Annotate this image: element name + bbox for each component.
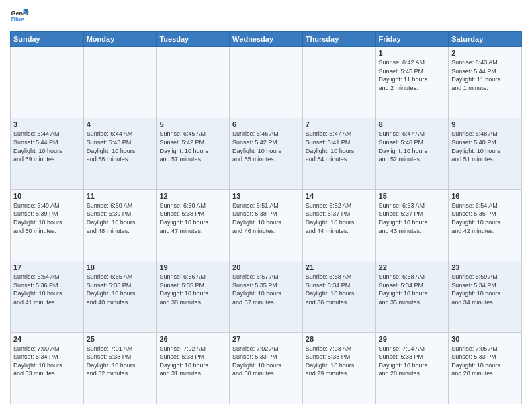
day-number: 3: [13, 120, 81, 128]
day-info: Sunrise: 6:58 AM Sunset: 5:34 PM Dayligh…: [306, 273, 373, 306]
day-info: Sunrise: 7:03 AM Sunset: 5:33 PM Dayligh…: [306, 345, 373, 378]
day-info: Sunrise: 6:57 AM Sunset: 5:35 PM Dayligh…: [232, 273, 300, 306]
page: General Blue SundayMondayTuesdayWednesda…: [0, 0, 532, 411]
day-cell: 28Sunrise: 7:03 AM Sunset: 5:33 PM Dayli…: [302, 332, 375, 404]
day-cell: 2Sunrise: 6:43 AM Sunset: 5:44 PM Daylig…: [449, 47, 522, 118]
day-cell: [302, 47, 375, 118]
day-info: Sunrise: 6:42 AM Sunset: 5:45 PM Dayligh…: [379, 58, 446, 92]
day-info: Sunrise: 6:44 AM Sunset: 5:43 PM Dayligh…: [87, 130, 154, 163]
day-cell: 3Sunrise: 6:44 AM Sunset: 5:44 PM Daylig…: [11, 118, 84, 189]
day-cell: 29Sunrise: 7:04 AM Sunset: 5:33 PM Dayli…: [375, 332, 449, 404]
day-number: 24: [13, 335, 81, 343]
day-cell: [157, 47, 230, 118]
day-info: Sunrise: 6:56 AM Sunset: 5:35 PM Dayligh…: [159, 273, 226, 306]
day-info: Sunrise: 6:50 AM Sunset: 5:39 PM Dayligh…: [87, 201, 154, 235]
day-info: Sunrise: 6:50 AM Sunset: 5:38 PM Dayligh…: [159, 201, 226, 235]
day-cell: 23Sunrise: 6:59 AM Sunset: 5:34 PM Dayli…: [449, 261, 522, 332]
week-row-4: 17Sunrise: 6:54 AM Sunset: 5:36 PM Dayli…: [11, 261, 522, 332]
day-cell: 5Sunrise: 6:45 AM Sunset: 5:42 PM Daylig…: [157, 118, 230, 189]
day-info: Sunrise: 7:05 AM Sunset: 5:33 PM Dayligh…: [451, 345, 519, 378]
day-number: 15: [379, 192, 446, 200]
day-cell: 15Sunrise: 6:53 AM Sunset: 5:37 PM Dayli…: [375, 189, 449, 261]
logo-icon: General Blue: [10, 7, 29, 26]
day-cell: 7Sunrise: 6:47 AM Sunset: 5:41 PM Daylig…: [302, 118, 375, 189]
weekday-header-sunday: Sunday: [11, 32, 84, 47]
day-number: 1: [379, 49, 446, 57]
day-info: Sunrise: 7:02 AM Sunset: 5:33 PM Dayligh…: [159, 345, 226, 378]
day-cell: 17Sunrise: 6:54 AM Sunset: 5:36 PM Dayli…: [11, 261, 84, 332]
day-cell: 21Sunrise: 6:58 AM Sunset: 5:34 PM Dayli…: [302, 261, 375, 332]
day-info: Sunrise: 6:58 AM Sunset: 5:34 PM Dayligh…: [379, 273, 446, 306]
weekday-header-friday: Friday: [375, 32, 449, 47]
day-cell: 9Sunrise: 6:48 AM Sunset: 5:40 PM Daylig…: [449, 118, 522, 189]
day-number: 12: [159, 192, 226, 200]
day-cell: 1Sunrise: 6:42 AM Sunset: 5:45 PM Daylig…: [375, 47, 449, 118]
header: General Blue: [10, 7, 522, 26]
day-number: 27: [232, 335, 300, 343]
day-cell: 4Sunrise: 6:44 AM Sunset: 5:43 PM Daylig…: [83, 118, 157, 189]
week-row-3: 10Sunrise: 6:49 AM Sunset: 5:39 PM Dayli…: [11, 189, 522, 261]
day-number: 20: [232, 263, 300, 271]
day-cell: 16Sunrise: 6:54 AM Sunset: 5:36 PM Dayli…: [449, 189, 522, 261]
day-cell: 24Sunrise: 7:00 AM Sunset: 5:34 PM Dayli…: [11, 332, 84, 404]
day-number: 21: [306, 263, 373, 271]
day-info: Sunrise: 6:44 AM Sunset: 5:44 PM Dayligh…: [13, 130, 81, 163]
day-info: Sunrise: 6:49 AM Sunset: 5:39 PM Dayligh…: [13, 201, 81, 235]
weekday-header-monday: Monday: [83, 32, 157, 47]
day-info: Sunrise: 6:53 AM Sunset: 5:37 PM Dayligh…: [379, 201, 446, 235]
week-row-5: 24Sunrise: 7:00 AM Sunset: 5:34 PM Dayli…: [11, 332, 522, 404]
day-number: 19: [159, 263, 226, 271]
day-info: Sunrise: 6:59 AM Sunset: 5:34 PM Dayligh…: [451, 273, 519, 306]
day-number: 14: [306, 192, 373, 200]
day-number: 4: [87, 120, 154, 128]
day-cell: [230, 47, 303, 118]
day-info: Sunrise: 6:43 AM Sunset: 5:44 PM Dayligh…: [451, 58, 519, 92]
svg-text:Blue: Blue: [11, 16, 24, 23]
day-cell: 14Sunrise: 6:52 AM Sunset: 5:37 PM Dayli…: [302, 189, 375, 261]
day-cell: 8Sunrise: 6:47 AM Sunset: 5:40 PM Daylig…: [375, 118, 449, 189]
day-cell: 12Sunrise: 6:50 AM Sunset: 5:38 PM Dayli…: [157, 189, 230, 261]
day-number: 25: [87, 335, 154, 343]
day-info: Sunrise: 6:45 AM Sunset: 5:42 PM Dayligh…: [159, 130, 226, 163]
day-number: 6: [232, 120, 300, 128]
day-number: 7: [306, 120, 373, 128]
day-info: Sunrise: 6:55 AM Sunset: 5:35 PM Dayligh…: [87, 273, 154, 306]
weekday-header-tuesday: Tuesday: [157, 32, 230, 47]
day-cell: 30Sunrise: 7:05 AM Sunset: 5:33 PM Dayli…: [449, 332, 522, 404]
day-number: 28: [306, 335, 373, 343]
day-info: Sunrise: 6:46 AM Sunset: 5:42 PM Dayligh…: [232, 130, 300, 163]
day-cell: 27Sunrise: 7:02 AM Sunset: 5:33 PM Dayli…: [230, 332, 303, 404]
day-info: Sunrise: 6:54 AM Sunset: 5:36 PM Dayligh…: [13, 273, 81, 306]
day-number: 2: [451, 49, 519, 57]
weekday-header-thursday: Thursday: [302, 32, 375, 47]
day-number: 26: [159, 335, 226, 343]
day-number: 16: [451, 192, 519, 200]
day-cell: 11Sunrise: 6:50 AM Sunset: 5:39 PM Dayli…: [83, 189, 157, 261]
day-cell: 6Sunrise: 6:46 AM Sunset: 5:42 PM Daylig…: [230, 118, 303, 189]
day-number: 29: [379, 335, 446, 343]
day-number: 5: [159, 120, 226, 128]
weekday-header-row: SundayMondayTuesdayWednesdayThursdayFrid…: [11, 32, 522, 47]
week-row-2: 3Sunrise: 6:44 AM Sunset: 5:44 PM Daylig…: [11, 118, 522, 189]
day-number: 18: [87, 263, 154, 271]
day-cell: 18Sunrise: 6:55 AM Sunset: 5:35 PM Dayli…: [83, 261, 157, 332]
calendar-table: SundayMondayTuesdayWednesdayThursdayFrid…: [10, 31, 522, 404]
weekday-header-saturday: Saturday: [449, 32, 522, 47]
day-info: Sunrise: 7:00 AM Sunset: 5:34 PM Dayligh…: [13, 345, 81, 378]
day-info: Sunrise: 6:52 AM Sunset: 5:37 PM Dayligh…: [306, 201, 373, 235]
week-row-1: 1Sunrise: 6:42 AM Sunset: 5:45 PM Daylig…: [11, 47, 522, 118]
day-info: Sunrise: 6:47 AM Sunset: 5:41 PM Dayligh…: [306, 130, 373, 163]
day-number: 10: [13, 192, 81, 200]
day-number: 17: [13, 263, 81, 271]
day-cell: 20Sunrise: 6:57 AM Sunset: 5:35 PM Dayli…: [230, 261, 303, 332]
day-info: Sunrise: 6:47 AM Sunset: 5:40 PM Dayligh…: [379, 130, 446, 163]
day-info: Sunrise: 6:54 AM Sunset: 5:36 PM Dayligh…: [451, 201, 519, 235]
day-number: 8: [379, 120, 446, 128]
day-info: Sunrise: 7:02 AM Sunset: 5:33 PM Dayligh…: [232, 345, 300, 378]
day-number: 22: [379, 263, 446, 271]
day-cell: 26Sunrise: 7:02 AM Sunset: 5:33 PM Dayli…: [157, 332, 230, 404]
day-number: 30: [451, 335, 519, 343]
day-cell: 13Sunrise: 6:51 AM Sunset: 5:38 PM Dayli…: [230, 189, 303, 261]
day-info: Sunrise: 7:04 AM Sunset: 5:33 PM Dayligh…: [379, 345, 446, 378]
day-number: 13: [232, 192, 300, 200]
